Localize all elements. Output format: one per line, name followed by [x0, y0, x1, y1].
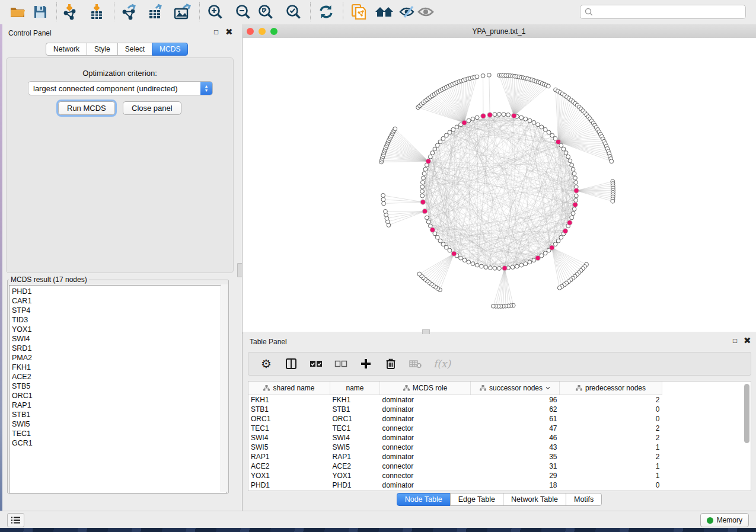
zoom-selected-icon[interactable] — [283, 2, 304, 21]
tab-style[interactable]: Style — [87, 43, 118, 56]
graph-node[interactable] — [420, 194, 425, 198]
table-row[interactable]: FKH1FKH1dominator962 — [248, 395, 662, 405]
graph-node[interactable] — [519, 263, 524, 267]
close-panel-icon[interactable]: ✖ — [225, 27, 233, 37]
graph-node[interactable] — [566, 155, 570, 159]
table-row[interactable]: STB1STB1dominator620 — [248, 405, 662, 414]
graph-node[interactable] — [550, 133, 554, 137]
graph-node[interactable] — [528, 260, 532, 264]
graph-node[interactable] — [426, 220, 430, 224]
mcds-result-item[interactable]: TEC1 — [12, 429, 227, 438]
graph-node[interactable] — [572, 172, 576, 176]
graph-hub-node[interactable] — [556, 139, 560, 144]
tab-network[interactable]: Network — [46, 43, 87, 56]
graph-node[interactable] — [471, 262, 475, 266]
graph-node[interactable] — [497, 267, 502, 271]
graph-node[interactable] — [435, 235, 439, 239]
graph-node[interactable] — [553, 242, 557, 246]
save-icon[interactable] — [30, 2, 50, 21]
show-all-columns-icon[interactable] — [309, 357, 323, 371]
graph-node[interactable] — [491, 304, 495, 308]
table-row[interactable]: YOX1YOX1connector291 — [248, 471, 662, 480]
graph-node[interactable] — [506, 113, 511, 117]
graph-node[interactable] — [381, 193, 385, 197]
graph-node[interactable] — [556, 239, 560, 243]
mcds-result-item[interactable]: SRD1 — [12, 344, 227, 353]
run-mcds-button[interactable]: Run MCDS — [58, 101, 115, 115]
graph-node[interactable] — [459, 256, 463, 260]
graph-node[interactable] — [559, 235, 563, 239]
open-folder-icon[interactable] — [8, 2, 28, 21]
graph-node[interactable] — [384, 209, 388, 213]
graph-node[interactable] — [487, 73, 491, 77]
graph-node[interactable] — [393, 127, 397, 131]
mcds-result-item[interactable]: RAP1 — [12, 400, 227, 410]
export-image-icon[interactable] — [173, 2, 193, 21]
graph-hub-node[interactable] — [567, 220, 572, 225]
mcds-result-item[interactable]: SWI4 — [12, 334, 227, 344]
graph-node[interactable] — [547, 130, 551, 134]
mcds-result-item[interactable]: YOX1 — [12, 325, 227, 334]
table-row[interactable]: SWI5SWI5connector431 — [248, 443, 662, 452]
graph-node[interactable] — [417, 272, 422, 276]
graph-hub-node[interactable] — [430, 227, 435, 232]
graph-node[interactable] — [475, 116, 479, 120]
graph-node[interactable] — [524, 117, 528, 121]
graph-node[interactable] — [433, 147, 437, 151]
graph-hub-node[interactable] — [512, 113, 516, 118]
graph-hub-node[interactable] — [535, 255, 540, 260]
graph-node[interactable] — [611, 199, 615, 203]
graph-hub-node[interactable] — [549, 245, 554, 250]
tab-motifs[interactable]: Motifs — [566, 493, 602, 506]
zoom-in-icon[interactable] — [205, 2, 225, 21]
task-history-button[interactable] — [7, 513, 24, 527]
network-graph[interactable] — [243, 38, 756, 332]
mcds-result-item[interactable]: SWI5 — [12, 419, 227, 429]
graph-node[interactable] — [571, 167, 575, 171]
graph-node[interactable] — [532, 120, 536, 124]
table-row[interactable]: RAP1RAP1dominator352 — [248, 452, 662, 462]
graph-hub-node[interactable] — [487, 113, 492, 117]
mcds-result-item[interactable]: PMA2 — [12, 353, 227, 363]
import-table-icon[interactable] — [87, 2, 107, 21]
graph-node[interactable] — [441, 136, 445, 140]
close-panel-button[interactable]: Close panel — [123, 101, 181, 115]
graph-node[interactable] — [546, 84, 550, 88]
graph-node[interactable] — [471, 117, 475, 121]
float-table-panel-icon[interactable]: □ — [733, 336, 737, 345]
graph-hub-node[interactable] — [420, 200, 425, 204]
graph-node[interactable] — [422, 172, 426, 176]
table-row[interactable]: ORC1ORC1dominator610 — [248, 414, 662, 424]
graph-node[interactable] — [610, 159, 614, 164]
tab-node-table[interactable]: Node Table — [397, 493, 451, 506]
hide-all-columns-icon[interactable] — [334, 357, 348, 371]
graph-node[interactable] — [484, 265, 488, 270]
graph-hub-node[interactable] — [462, 120, 467, 125]
delete-column-icon[interactable] — [384, 357, 398, 371]
mcds-result-item[interactable]: STB5 — [12, 382, 227, 391]
graph-node[interactable] — [570, 216, 574, 220]
column-header[interactable]: shared name — [248, 382, 330, 395]
graph-node[interactable] — [543, 127, 547, 132]
graph-hub-node[interactable] — [422, 209, 427, 213]
graph-node[interactable] — [574, 198, 578, 203]
table-row[interactable]: SWI4SWI4dominator462 — [248, 433, 662, 443]
zoom-out-icon[interactable] — [233, 2, 253, 21]
table-scrollbar[interactable] — [744, 384, 749, 489]
graph-node[interactable] — [574, 194, 578, 198]
tab-mcds[interactable]: MCDS — [152, 43, 188, 56]
graph-node[interactable] — [451, 127, 455, 132]
export-table-icon[interactable] — [146, 2, 166, 21]
graph-node[interactable] — [438, 239, 442, 243]
mcds-result-list[interactable]: PHD1CAR1STP4TID3YOX1SWI4SRD1PMA2FKH1ACE2… — [9, 285, 227, 493]
graph-node[interactable] — [455, 125, 459, 129]
mcds-result-item[interactable]: GCR1 — [12, 438, 227, 448]
graph-node[interactable] — [467, 118, 471, 123]
graph-node[interactable] — [493, 266, 497, 270]
graph-node[interactable] — [568, 159, 572, 163]
graph-node[interactable] — [420, 190, 425, 194]
table-scrollbar-thumb[interactable] — [744, 384, 749, 443]
mcds-result-item[interactable]: CAR1 — [12, 296, 227, 306]
graph-node[interactable] — [481, 74, 485, 78]
mcds-result-item[interactable]: TID3 — [12, 315, 227, 325]
